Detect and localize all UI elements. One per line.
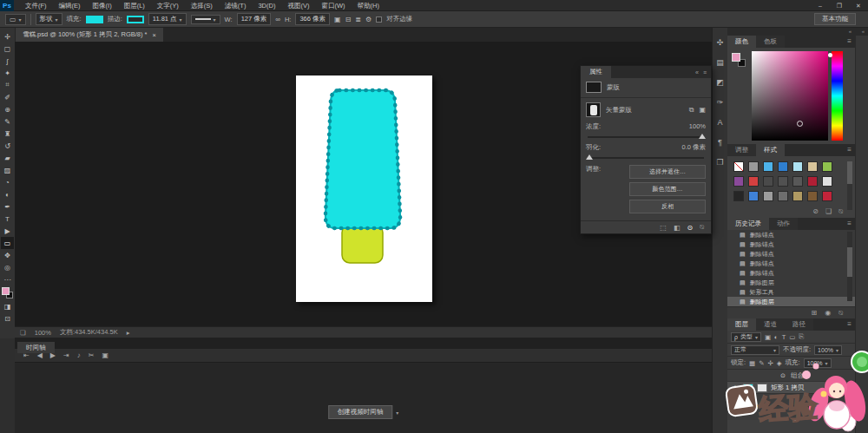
artboard[interactable]	[296, 75, 432, 302]
select-and-mask-button[interactable]: 选择并遮住…	[629, 165, 706, 179]
clear-style-icon[interactable]: ⊘	[812, 207, 819, 216]
first-frame-button[interactable]: ⇤	[23, 351, 30, 359]
filter-type-icon[interactable]: T	[782, 333, 786, 341]
visibility-eye-icon[interactable]: ⊙	[779, 372, 787, 379]
style-swatch[interactable]	[822, 191, 832, 201]
zoom-tool[interactable]: ◎	[1, 261, 14, 273]
hue-slider[interactable]	[832, 51, 843, 141]
popsicle-stick[interactable]	[342, 225, 383, 263]
foreground-color-swatch[interactable]	[2, 287, 10, 295]
next-frame-button[interactable]: ⇥	[63, 351, 69, 359]
style-swatch[interactable]	[822, 176, 832, 187]
restore-button[interactable]: ❐	[830, 0, 849, 11]
history-step[interactable]: ▤ 删除锚点	[727, 230, 855, 239]
split-clip-button[interactable]: ✂	[89, 351, 95, 359]
adjustments-panel-icon[interactable]: ✣	[717, 38, 724, 47]
scrollbar[interactable]	[847, 232, 852, 301]
color-picker-cursor[interactable]	[797, 121, 803, 127]
menu-view[interactable]: 视图(V)	[281, 0, 315, 11]
color-range-button[interactable]: 颜色范围…	[629, 182, 706, 196]
gear-icon[interactable]: ⚙	[365, 16, 372, 23]
delete-mask-icon[interactable]: ⍉	[700, 223, 704, 232]
create-video-timeline-button[interactable]: 创建视频时间轴	[328, 405, 393, 419]
tab-styles[interactable]: 样式	[756, 144, 785, 156]
gradient-tool[interactable]: ▨	[1, 164, 14, 176]
style-swatch[interactable]	[763, 161, 773, 172]
new-document-from-state-icon[interactable]: ⊞	[812, 309, 818, 317]
link-dimensions-icon[interactable]: ∞	[275, 16, 280, 23]
eraser-tool[interactable]: ▰	[1, 152, 14, 164]
visibility-eye-icon[interactable]: ⊙	[731, 384, 740, 391]
layer-thumbnail[interactable]	[743, 384, 753, 392]
tool-mode-select[interactable]: 形状 ▾	[36, 13, 62, 25]
marquee-tool[interactable]: ▢	[1, 43, 14, 55]
foreground-color-swatch[interactable]	[732, 53, 740, 62]
feather-slider[interactable]	[588, 157, 704, 159]
style-swatch[interactable]	[763, 176, 773, 187]
apply-mask-icon[interactable]: ◧	[674, 224, 681, 232]
transition-button[interactable]: ▣	[102, 351, 108, 359]
feather-value[interactable]: 0.0 像素	[681, 143, 706, 152]
menu-help[interactable]: 帮助(H)	[352, 0, 385, 11]
layer-row[interactable]: ⊙ 组合	[727, 370, 855, 382]
style-swatch[interactable]	[748, 191, 759, 201]
style-swatch[interactable]	[778, 161, 788, 172]
tab-actions[interactable]: 动作	[769, 218, 798, 230]
quick-selection-tool[interactable]: ✦	[1, 67, 14, 79]
style-swatch[interactable]	[807, 161, 818, 172]
scrollbar[interactable]	[847, 161, 852, 210]
layer-row[interactable]: ⊙ 背景	[727, 394, 855, 406]
healing-brush-tool[interactable]: ⊕	[1, 103, 14, 115]
path-arrangement-icon[interactable]: ≣	[355, 16, 361, 23]
tool-preset-picker[interactable]: ▭ ▾	[5, 14, 26, 25]
brush-tool[interactable]: ✎	[1, 115, 14, 128]
filter-pixel-icon[interactable]: ▣	[765, 333, 771, 341]
feather-slider-knob[interactable]	[586, 154, 593, 160]
delete-state-icon[interactable]: ⍉	[838, 309, 843, 318]
tab-color[interactable]: 颜色	[727, 36, 756, 48]
pen-tool[interactable]: ✒	[1, 200, 14, 213]
lasso-tool[interactable]: ʃ	[1, 55, 14, 67]
filter-shape-icon[interactable]: ▭	[789, 333, 795, 341]
layer-row-selected[interactable]: ⊙ 矩形 1 拷贝	[727, 382, 855, 394]
layer-mask-thumbnail[interactable]	[757, 384, 767, 392]
style-swatch[interactable]	[778, 176, 788, 187]
style-swatch[interactable]	[733, 176, 744, 187]
status-chevron-icon[interactable]: ▸	[127, 329, 130, 337]
stroke-width-field[interactable]: 11.81 点 ▾	[148, 13, 187, 25]
fill-field[interactable]: 100% ▾	[804, 358, 832, 368]
path-alignment-icon[interactable]: ⊟	[345, 16, 352, 23]
panel-menu-icon[interactable]: ≡	[847, 318, 855, 331]
tab-adjustments[interactable]: 调整	[727, 144, 756, 156]
screen-mode-button[interactable]: ⊡	[1, 312, 14, 325]
style-swatch[interactable]	[748, 176, 759, 187]
blur-tool[interactable]: ◔	[1, 176, 14, 188]
path-operations-icon[interactable]: ▣	[334, 16, 341, 23]
panel-menu-icon[interactable]: ≡	[703, 69, 707, 75]
hand-tool[interactable]: ✥	[1, 249, 14, 261]
tab-channels[interactable]: 通道	[756, 318, 785, 331]
filter-adjustment-icon[interactable]: ◐	[774, 333, 779, 341]
history-step[interactable]: ▤ 删除锚点	[727, 239, 855, 249]
menu-file[interactable]: 文件(F)	[19, 0, 53, 11]
stroke-color-swatch[interactable]	[127, 16, 144, 23]
filter-smart-object-icon[interactable]: ⎘	[799, 332, 804, 341]
width-input[interactable]: 127 像素	[237, 13, 272, 25]
style-swatch[interactable]	[792, 176, 803, 187]
popsicle-body[interactable]	[326, 90, 400, 228]
history-step[interactable]: ▤ 矩形工具	[727, 287, 855, 297]
histogram-panel-icon[interactable]: ▤	[716, 58, 724, 67]
character-panel-icon[interactable]: A	[717, 118, 722, 127]
dodge-tool[interactable]: ◐	[1, 188, 14, 200]
opacity-field[interactable]: 100% ▾	[814, 345, 842, 355]
menu-window[interactable]: 窗口(W)	[315, 0, 351, 11]
style-swatch[interactable]	[792, 161, 803, 172]
lock-transparency-icon[interactable]: ▦	[749, 359, 755, 367]
collapse-panel-icon[interactable]: «	[695, 69, 699, 75]
history-step[interactable]: ▤ 删除图层	[727, 278, 855, 287]
brush-settings-panel-icon[interactable]: ✑	[717, 98, 724, 107]
style-swatch[interactable]	[792, 191, 803, 201]
libraries-panel-icon[interactable]: ❐	[716, 158, 723, 167]
previous-frame-button[interactable]: ◀	[37, 351, 43, 359]
style-swatch[interactable]	[763, 191, 773, 201]
